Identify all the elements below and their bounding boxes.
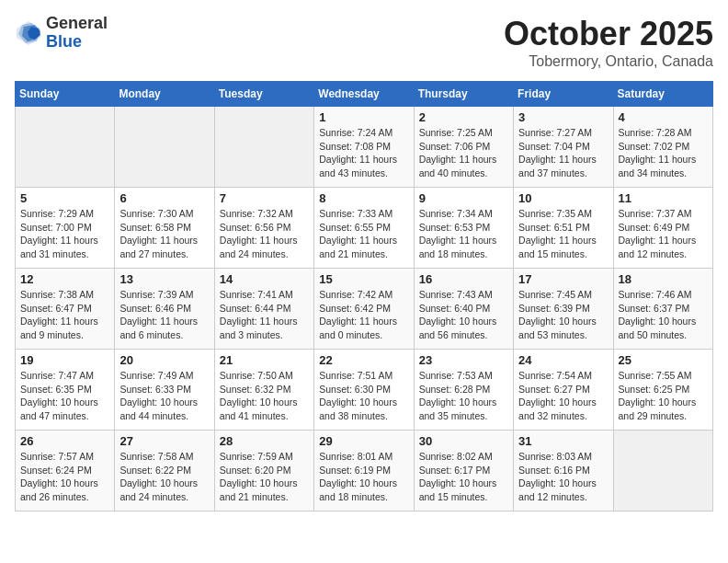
day-info: Sunrise: 8:02 AMSunset: 6:17 PMDaylight:… bbox=[419, 450, 508, 504]
calendar-cell: 12Sunrise: 7:38 AMSunset: 6:47 PMDayligh… bbox=[16, 269, 115, 350]
day-info: Sunrise: 7:29 AMSunset: 7:00 PMDaylight:… bbox=[20, 207, 109, 261]
day-number: 16 bbox=[419, 272, 508, 286]
calendar-cell: 23Sunrise: 7:53 AMSunset: 6:28 PMDayligh… bbox=[414, 350, 513, 431]
day-number: 31 bbox=[518, 434, 608, 448]
calendar-cell bbox=[16, 107, 115, 188]
day-info: Sunrise: 7:54 AMSunset: 6:27 PMDaylight:… bbox=[518, 369, 608, 423]
calendar-cell: 14Sunrise: 7:41 AMSunset: 6:44 PMDayligh… bbox=[214, 269, 313, 350]
calendar-cell bbox=[115, 107, 214, 188]
calendar-cell: 15Sunrise: 7:42 AMSunset: 6:42 PMDayligh… bbox=[314, 269, 414, 350]
day-info: Sunrise: 7:39 AMSunset: 6:46 PMDaylight:… bbox=[119, 288, 209, 342]
calendar-cell: 30Sunrise: 8:02 AMSunset: 6:17 PMDayligh… bbox=[414, 431, 513, 511]
day-number: 22 bbox=[319, 353, 408, 367]
day-info: Sunrise: 7:32 AMSunset: 6:56 PMDaylight:… bbox=[220, 207, 309, 261]
calendar-cell: 20Sunrise: 7:49 AMSunset: 6:33 PMDayligh… bbox=[115, 350, 214, 431]
calendar-week-row: 26Sunrise: 7:57 AMSunset: 6:24 PMDayligh… bbox=[16, 431, 713, 511]
day-info: Sunrise: 7:24 AMSunset: 7:08 PMDaylight:… bbox=[319, 126, 408, 180]
calendar-cell bbox=[214, 107, 313, 188]
calendar-week-row: 12Sunrise: 7:38 AMSunset: 6:47 PMDayligh… bbox=[16, 269, 713, 350]
calendar-week-row: 5Sunrise: 7:29 AMSunset: 7:00 PMDaylight… bbox=[16, 188, 713, 269]
day-number: 19 bbox=[20, 353, 109, 367]
day-number: 18 bbox=[619, 272, 708, 286]
calendar-cell: 18Sunrise: 7:46 AMSunset: 6:37 PMDayligh… bbox=[613, 269, 712, 350]
day-info: Sunrise: 7:43 AMSunset: 6:40 PMDaylight:… bbox=[419, 288, 508, 342]
calendar-cell: 9Sunrise: 7:34 AMSunset: 6:53 PMDaylight… bbox=[414, 188, 513, 269]
day-number: 30 bbox=[419, 434, 508, 448]
weekday-header-thursday: Thursday bbox=[414, 82, 513, 107]
day-info: Sunrise: 7:51 AMSunset: 6:30 PMDaylight:… bbox=[319, 369, 408, 423]
calendar-cell: 31Sunrise: 8:03 AMSunset: 6:16 PMDayligh… bbox=[514, 431, 613, 511]
day-info: Sunrise: 7:53 AMSunset: 6:28 PMDaylight:… bbox=[419, 369, 508, 423]
calendar-cell: 1Sunrise: 7:24 AMSunset: 7:08 PMDaylight… bbox=[314, 107, 414, 188]
weekday-header-wednesday: Wednesday bbox=[314, 82, 414, 107]
day-info: Sunrise: 7:28 AMSunset: 7:02 PMDaylight:… bbox=[619, 126, 708, 180]
day-number: 2 bbox=[419, 110, 508, 124]
day-number: 20 bbox=[119, 353, 209, 367]
day-number: 13 bbox=[119, 272, 209, 286]
calendar-cell: 7Sunrise: 7:32 AMSunset: 6:56 PMDaylight… bbox=[214, 188, 313, 269]
day-info: Sunrise: 7:50 AMSunset: 6:32 PMDaylight:… bbox=[220, 369, 309, 423]
day-info: Sunrise: 7:47 AMSunset: 6:35 PMDaylight:… bbox=[20, 369, 109, 423]
calendar-cell: 5Sunrise: 7:29 AMSunset: 7:00 PMDaylight… bbox=[16, 188, 115, 269]
calendar-cell: 3Sunrise: 7:27 AMSunset: 7:04 PMDaylight… bbox=[514, 107, 613, 188]
calendar-cell: 8Sunrise: 7:33 AMSunset: 6:55 PMDaylight… bbox=[314, 188, 414, 269]
day-info: Sunrise: 7:45 AMSunset: 6:39 PMDaylight:… bbox=[518, 288, 608, 342]
day-info: Sunrise: 8:01 AMSunset: 6:19 PMDaylight:… bbox=[319, 450, 408, 504]
day-number: 25 bbox=[619, 353, 708, 367]
day-info: Sunrise: 7:46 AMSunset: 6:37 PMDaylight:… bbox=[619, 288, 708, 342]
calendar-cell: 27Sunrise: 7:58 AMSunset: 6:22 PMDayligh… bbox=[115, 431, 214, 511]
day-number: 11 bbox=[619, 191, 708, 205]
weekday-header-saturday: Saturday bbox=[613, 82, 712, 107]
day-info: Sunrise: 7:55 AMSunset: 6:25 PMDaylight:… bbox=[619, 369, 708, 423]
day-number: 17 bbox=[518, 272, 608, 286]
day-info: Sunrise: 7:34 AMSunset: 6:53 PMDaylight:… bbox=[419, 207, 508, 261]
day-info: Sunrise: 7:42 AMSunset: 6:42 PMDaylight:… bbox=[319, 288, 408, 342]
weekday-header-tuesday: Tuesday bbox=[214, 82, 313, 107]
logo-general: General bbox=[46, 15, 108, 33]
day-number: 27 bbox=[119, 434, 209, 448]
calendar-cell: 29Sunrise: 8:01 AMSunset: 6:19 PMDayligh… bbox=[314, 431, 414, 511]
calendar-cell: 16Sunrise: 7:43 AMSunset: 6:40 PMDayligh… bbox=[414, 269, 513, 350]
page-header: General Blue October 2025 Tobermory, Ont… bbox=[15, 15, 713, 70]
calendar-week-row: 19Sunrise: 7:47 AMSunset: 6:35 PMDayligh… bbox=[16, 350, 713, 431]
weekday-header-monday: Monday bbox=[115, 82, 214, 107]
calendar-cell: 28Sunrise: 7:59 AMSunset: 6:20 PMDayligh… bbox=[214, 431, 313, 511]
location: Tobermory, Ontario, Canada bbox=[504, 53, 713, 70]
day-number: 1 bbox=[319, 110, 408, 124]
calendar-cell: 26Sunrise: 7:57 AMSunset: 6:24 PMDayligh… bbox=[16, 431, 115, 511]
day-number: 3 bbox=[518, 110, 608, 124]
day-number: 7 bbox=[220, 191, 309, 205]
calendar-cell: 24Sunrise: 7:54 AMSunset: 6:27 PMDayligh… bbox=[514, 350, 613, 431]
day-info: Sunrise: 7:57 AMSunset: 6:24 PMDaylight:… bbox=[20, 450, 109, 504]
day-info: Sunrise: 7:41 AMSunset: 6:44 PMDaylight:… bbox=[220, 288, 309, 342]
day-number: 6 bbox=[119, 191, 209, 205]
day-number: 12 bbox=[20, 272, 109, 286]
logo-text: General Blue bbox=[46, 15, 108, 52]
day-number: 28 bbox=[220, 434, 309, 448]
calendar-cell: 17Sunrise: 7:45 AMSunset: 6:39 PMDayligh… bbox=[514, 269, 613, 350]
day-number: 10 bbox=[518, 191, 608, 205]
day-info: Sunrise: 7:35 AMSunset: 6:51 PMDaylight:… bbox=[518, 207, 608, 261]
logo: General Blue bbox=[15, 15, 108, 52]
calendar-cell: 4Sunrise: 7:28 AMSunset: 7:02 PMDaylight… bbox=[613, 107, 712, 188]
calendar-cell: 19Sunrise: 7:47 AMSunset: 6:35 PMDayligh… bbox=[16, 350, 115, 431]
day-info: Sunrise: 7:30 AMSunset: 6:58 PMDaylight:… bbox=[119, 207, 209, 261]
day-number: 9 bbox=[419, 191, 508, 205]
calendar-cell: 10Sunrise: 7:35 AMSunset: 6:51 PMDayligh… bbox=[514, 188, 613, 269]
calendar-cell: 25Sunrise: 7:55 AMSunset: 6:25 PMDayligh… bbox=[613, 350, 712, 431]
calendar-cell bbox=[613, 431, 712, 511]
calendar-table: SundayMondayTuesdayWednesdayThursdayFrid… bbox=[15, 81, 713, 511]
day-number: 14 bbox=[220, 272, 309, 286]
title-area: October 2025 Tobermory, Ontario, Canada bbox=[504, 15, 713, 70]
day-number: 15 bbox=[319, 272, 408, 286]
day-info: Sunrise: 7:27 AMSunset: 7:04 PMDaylight:… bbox=[518, 126, 608, 180]
weekday-header-row: SundayMondayTuesdayWednesdayThursdayFrid… bbox=[16, 82, 713, 107]
day-number: 23 bbox=[419, 353, 508, 367]
day-info: Sunrise: 7:38 AMSunset: 6:47 PMDaylight:… bbox=[20, 288, 109, 342]
day-number: 29 bbox=[319, 434, 408, 448]
day-info: Sunrise: 8:03 AMSunset: 6:16 PMDaylight:… bbox=[518, 450, 608, 504]
day-info: Sunrise: 7:33 AMSunset: 6:55 PMDaylight:… bbox=[319, 207, 408, 261]
day-info: Sunrise: 7:37 AMSunset: 6:49 PMDaylight:… bbox=[619, 207, 708, 261]
logo-icon bbox=[15, 19, 42, 47]
weekday-header-sunday: Sunday bbox=[16, 82, 115, 107]
